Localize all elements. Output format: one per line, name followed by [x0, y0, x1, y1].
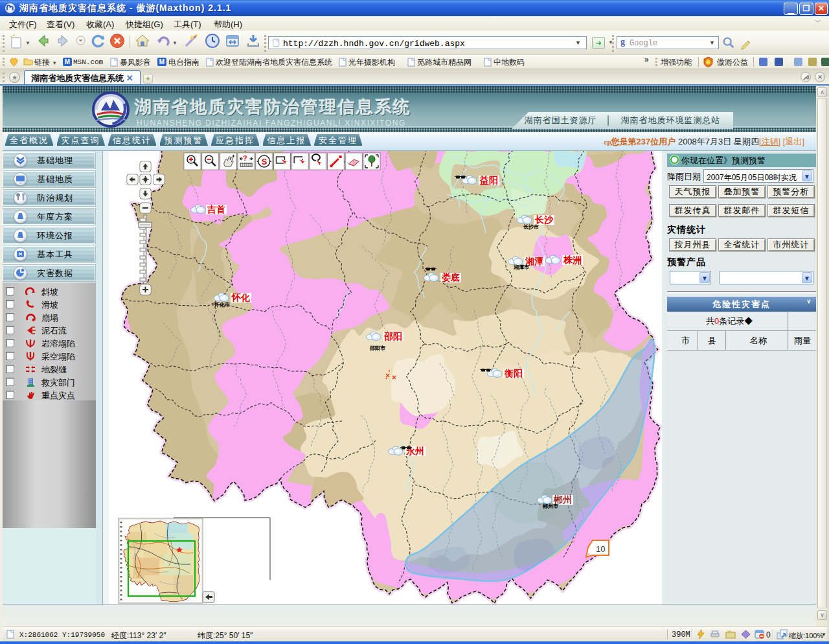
svg-text:郴州市: 郴州市: [542, 503, 558, 509]
svg-text:S: S: [262, 157, 267, 167]
svg-text:衡阳: 衡阳: [504, 368, 523, 378]
svg-text:长沙市: 长沙市: [523, 224, 539, 230]
svg-text:10: 10: [596, 544, 605, 554]
svg-text:益阳: 益阳: [479, 175, 498, 185]
svg-text:株洲: 株洲: [563, 255, 582, 265]
svg-text:长沙: 长沙: [534, 214, 554, 225]
svg-text:邵阳市: 邵阳市: [369, 345, 385, 351]
svg-text:吉首: 吉首: [207, 204, 225, 214]
svg-text:邵阳: 邵阳: [383, 331, 402, 341]
svg-text:湘潭市: 湘潭市: [513, 264, 529, 270]
svg-text:娄底: 娄底: [442, 272, 460, 282]
svg-text:怀化: 怀化: [231, 292, 250, 303]
svg-text:怀化市: 怀化市: [214, 301, 230, 308]
svg-text:?: ?: [243, 154, 247, 162]
